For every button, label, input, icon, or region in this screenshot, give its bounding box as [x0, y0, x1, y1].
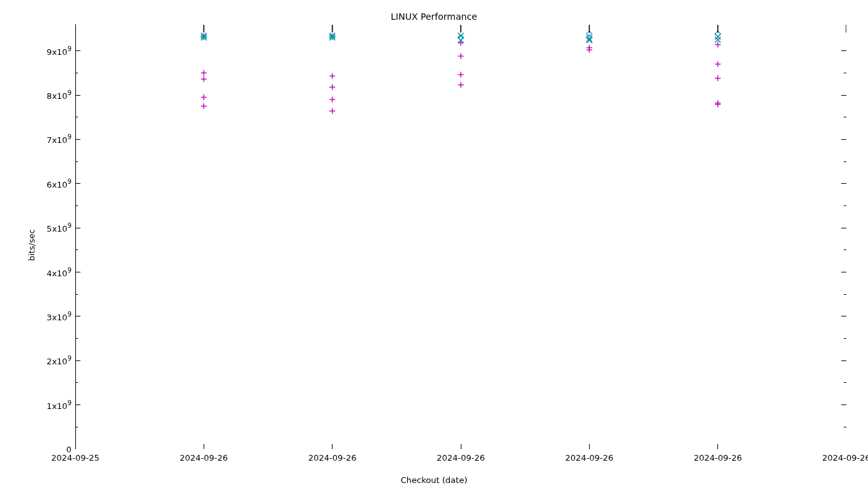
- svg-line-99: [587, 37, 592, 43]
- y-tick-label: 4x109: [0, 267, 71, 278]
- svg-line-102: [715, 34, 721, 40]
- svg-line-94: [458, 33, 464, 39]
- svg-line-95: [458, 37, 464, 43]
- y-axis-label: bits/sec: [27, 229, 36, 261]
- svg-line-87: [201, 34, 207, 40]
- svg-line-89: [329, 33, 335, 39]
- svg-line-92: [329, 34, 335, 40]
- x-axis-label: Checkout (date): [0, 475, 868, 485]
- svg-line-98: [587, 36, 592, 41]
- x-tick-label: 2024-09-25: [51, 453, 100, 463]
- chart-container: LINUX Performance bits/sec Checkout (dat…: [0, 0, 868, 490]
- svg-line-97: [587, 36, 592, 41]
- svg-line-85: [201, 33, 207, 39]
- svg-line-90: [329, 33, 335, 39]
- svg-line-104: [715, 37, 721, 43]
- x-tick-label: 2024-09-26: [694, 453, 742, 463]
- plot-area: [75, 24, 846, 449]
- svg-line-96: [458, 37, 464, 43]
- y-tick-label: 8x109: [0, 89, 71, 100]
- svg-line-100: [587, 37, 592, 43]
- svg-line-88: [201, 34, 207, 40]
- y-tick-label: 9x109: [0, 45, 71, 56]
- svg-line-93: [458, 33, 464, 39]
- y-tick-label: 2x109: [0, 355, 71, 366]
- svg-line-103: [715, 37, 721, 43]
- x-tick-label: 2024-09-26: [565, 453, 614, 463]
- y-tick-label: 3x109: [0, 311, 71, 322]
- x-tick-label: 2024-09-26: [822, 453, 868, 463]
- x-tick-label: 2024-09-26: [180, 453, 228, 463]
- y-tick-label: 5x109: [0, 222, 71, 233]
- y-tick-label: 1x109: [0, 399, 71, 410]
- svg-line-86: [201, 33, 207, 39]
- y-tick-label: 6x109: [0, 178, 71, 189]
- x-tick-label: 2024-09-26: [437, 453, 485, 463]
- x-tick-label: 2024-09-26: [308, 453, 357, 463]
- chart-title: LINUX Performance: [0, 11, 868, 22]
- svg-line-101: [715, 34, 721, 40]
- y-tick-label: 7x109: [0, 134, 71, 145]
- svg-line-91: [329, 34, 335, 40]
